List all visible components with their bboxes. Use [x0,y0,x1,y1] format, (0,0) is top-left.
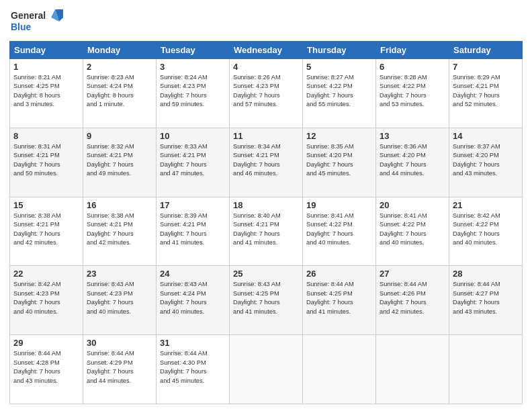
svg-text:General: General [11,10,46,21]
calendar-cell: 15Sunrise: 8:38 AM Sunset: 4:21 PM Dayli… [10,197,83,266]
day-info: Sunrise: 8:44 AM Sunset: 4:29 PM Dayligh… [87,349,152,385]
calendar-body: 1Sunrise: 8:21 AM Sunset: 4:25 PM Daylig… [10,59,523,404]
day-number: 3 [160,62,226,72]
calendar-cell [230,335,303,404]
calendar-cell: 5Sunrise: 8:27 AM Sunset: 4:22 PM Daylig… [303,59,376,128]
day-info: Sunrise: 8:26 AM Sunset: 4:23 PM Dayligh… [233,73,299,109]
day-info: Sunrise: 8:38 AM Sunset: 4:21 PM Dayligh… [13,212,79,248]
calendar-cell: 11Sunrise: 8:34 AM Sunset: 4:21 PM Dayli… [230,128,303,197]
logo-svg: General Blue [9,7,63,37]
calendar-cell: 23Sunrise: 8:43 AM Sunset: 4:23 PM Dayli… [83,266,157,335]
calendar-cell: 9Sunrise: 8:32 AM Sunset: 4:21 PM Daylig… [83,128,157,197]
calendar-cell: 7Sunrise: 8:29 AM Sunset: 4:21 PM Daylig… [449,59,523,128]
day-info: Sunrise: 8:23 AM Sunset: 4:24 PM Dayligh… [87,73,152,109]
day-number: 17 [160,200,226,210]
day-info: Sunrise: 8:44 AM Sunset: 4:27 PM Dayligh… [453,280,519,316]
day-number: 11 [233,131,299,141]
calendar-cell: 30Sunrise: 8:44 AM Sunset: 4:29 PM Dayli… [83,335,157,404]
day-info: Sunrise: 8:42 AM Sunset: 4:22 PM Dayligh… [453,212,519,248]
header-cell-wednesday: Wednesday [230,42,303,59]
day-number: 8 [13,131,79,141]
calendar-week-1: 1Sunrise: 8:21 AM Sunset: 4:25 PM Daylig… [10,59,523,128]
day-info: Sunrise: 8:27 AM Sunset: 4:22 PM Dayligh… [306,73,372,109]
day-number: 28 [453,269,519,279]
calendar-cell: 26Sunrise: 8:44 AM Sunset: 4:25 PM Dayli… [303,266,376,335]
calendar-cell: 12Sunrise: 8:35 AM Sunset: 4:20 PM Dayli… [303,128,376,197]
calendar-cell: 10Sunrise: 8:33 AM Sunset: 4:21 PM Dayli… [157,128,230,197]
calendar-cell: 24Sunrise: 8:43 AM Sunset: 4:24 PM Dayli… [157,266,230,335]
calendar-cell: 6Sunrise: 8:28 AM Sunset: 4:22 PM Daylig… [376,59,449,128]
calendar-cell: 19Sunrise: 8:41 AM Sunset: 4:22 PM Dayli… [303,197,376,266]
page: General Blue SundayMondayTuesdayWednesda… [0,0,532,411]
day-info: Sunrise: 8:44 AM Sunset: 4:28 PM Dayligh… [13,349,79,385]
day-info: Sunrise: 8:41 AM Sunset: 4:22 PM Dayligh… [306,212,372,248]
day-number: 1 [13,62,79,72]
header-cell-sunday: Sunday [10,42,83,59]
day-number: 21 [453,200,519,210]
day-info: Sunrise: 8:43 AM Sunset: 4:25 PM Dayligh… [233,280,299,316]
calendar-cell: 17Sunrise: 8:39 AM Sunset: 4:21 PM Dayli… [157,197,230,266]
calendar-cell: 21Sunrise: 8:42 AM Sunset: 4:22 PM Dayli… [449,197,523,266]
calendar-week-3: 15Sunrise: 8:38 AM Sunset: 4:21 PM Dayli… [10,197,523,266]
day-info: Sunrise: 8:21 AM Sunset: 4:25 PM Dayligh… [13,73,79,109]
day-number: 23 [87,269,152,279]
svg-text:Blue: Blue [11,21,32,32]
header-cell-friday: Friday [376,42,449,59]
calendar-cell: 4Sunrise: 8:26 AM Sunset: 4:23 PM Daylig… [230,59,303,128]
calendar-cell: 20Sunrise: 8:41 AM Sunset: 4:22 PM Dayli… [376,197,449,266]
day-info: Sunrise: 8:40 AM Sunset: 4:21 PM Dayligh… [233,212,299,248]
day-info: Sunrise: 8:37 AM Sunset: 4:20 PM Dayligh… [453,142,519,179]
calendar-week-4: 22Sunrise: 8:42 AM Sunset: 4:23 PM Dayli… [10,266,523,335]
day-info: Sunrise: 8:39 AM Sunset: 4:21 PM Dayligh… [160,212,226,248]
calendar-cell: 27Sunrise: 8:44 AM Sunset: 4:26 PM Dayli… [376,266,449,335]
calendar-cell: 3Sunrise: 8:24 AM Sunset: 4:23 PM Daylig… [157,59,230,128]
day-info: Sunrise: 8:41 AM Sunset: 4:22 PM Dayligh… [380,212,445,248]
day-number: 18 [233,200,299,210]
day-number: 22 [13,269,79,279]
day-info: Sunrise: 8:43 AM Sunset: 4:23 PM Dayligh… [87,280,152,316]
calendar-table: SundayMondayTuesdayWednesdayThursdayFrid… [9,41,523,404]
calendar-week-2: 8Sunrise: 8:31 AM Sunset: 4:21 PM Daylig… [10,128,523,197]
day-info: Sunrise: 8:34 AM Sunset: 4:21 PM Dayligh… [233,142,299,179]
day-number: 31 [160,338,226,348]
logo: General Blue [9,7,63,37]
calendar-cell [376,335,449,404]
day-info: Sunrise: 8:44 AM Sunset: 4:25 PM Dayligh… [306,280,372,316]
calendar-header-row: SundayMondayTuesdayWednesdayThursdayFrid… [10,42,523,59]
calendar-cell: 29Sunrise: 8:44 AM Sunset: 4:28 PM Dayli… [10,335,83,404]
day-number: 25 [233,269,299,279]
day-number: 27 [380,269,445,279]
header-cell-tuesday: Tuesday [157,42,230,59]
day-info: Sunrise: 8:33 AM Sunset: 4:21 PM Dayligh… [160,142,226,179]
calendar-cell: 31Sunrise: 8:44 AM Sunset: 4:30 PM Dayli… [157,335,230,404]
day-number: 5 [306,62,372,72]
day-number: 4 [233,62,299,72]
day-info: Sunrise: 8:29 AM Sunset: 4:21 PM Dayligh… [453,73,519,109]
calendar-cell: 16Sunrise: 8:38 AM Sunset: 4:21 PM Dayli… [83,197,157,266]
day-info: Sunrise: 8:42 AM Sunset: 4:23 PM Dayligh… [13,280,79,316]
calendar-cell [449,335,523,404]
day-number: 2 [87,62,152,72]
calendar-cell: 13Sunrise: 8:36 AM Sunset: 4:20 PM Dayli… [376,128,449,197]
day-info: Sunrise: 8:44 AM Sunset: 4:30 PM Dayligh… [160,349,226,385]
header-cell-thursday: Thursday [303,42,376,59]
day-number: 12 [306,131,372,141]
day-info: Sunrise: 8:32 AM Sunset: 4:21 PM Dayligh… [87,142,152,179]
day-info: Sunrise: 8:31 AM Sunset: 4:21 PM Dayligh… [13,142,79,179]
day-info: Sunrise: 8:35 AM Sunset: 4:20 PM Dayligh… [306,142,372,179]
day-info: Sunrise: 8:36 AM Sunset: 4:20 PM Dayligh… [380,142,445,179]
header-cell-saturday: Saturday [449,42,523,59]
header-cell-monday: Monday [83,42,157,59]
calendar-cell [303,335,376,404]
calendar-cell: 22Sunrise: 8:42 AM Sunset: 4:23 PM Dayli… [10,266,83,335]
day-number: 29 [13,338,79,348]
day-number: 20 [380,200,445,210]
calendar-cell: 25Sunrise: 8:43 AM Sunset: 4:25 PM Dayli… [230,266,303,335]
day-number: 16 [87,200,152,210]
day-number: 24 [160,269,226,279]
day-info: Sunrise: 8:28 AM Sunset: 4:22 PM Dayligh… [380,73,445,109]
calendar-cell: 8Sunrise: 8:31 AM Sunset: 4:21 PM Daylig… [10,128,83,197]
day-number: 19 [306,200,372,210]
day-info: Sunrise: 8:38 AM Sunset: 4:21 PM Dayligh… [87,212,152,248]
day-number: 7 [453,62,519,72]
